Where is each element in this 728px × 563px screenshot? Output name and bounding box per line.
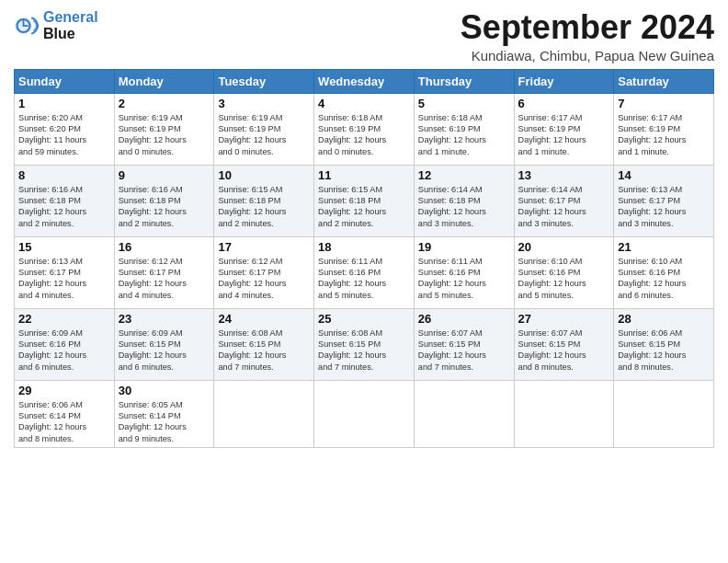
day-number: 23	[119, 312, 210, 326]
logo: General Blue	[14, 9, 98, 41]
table-row	[314, 380, 415, 448]
day-info: Sunrise: 6:07 AMSunset: 6:15 PMDaylight:…	[518, 327, 610, 373]
col-wednesday: Wednesday	[314, 69, 415, 93]
table-row: 26Sunrise: 6:07 AMSunset: 6:15 PMDayligh…	[414, 308, 514, 380]
day-number: 4	[318, 97, 410, 110]
day-info: Sunrise: 6:10 AMSunset: 6:16 PMDaylight:…	[618, 256, 710, 302]
day-number: 20	[518, 240, 610, 254]
day-info: Sunrise: 6:18 AMSunset: 6:19 PMDaylight:…	[418, 112, 510, 158]
table-row: 4Sunrise: 6:18 AMSunset: 6:19 PMDaylight…	[314, 93, 415, 165]
day-number: 19	[418, 240, 510, 254]
day-info: Sunrise: 6:14 AMSunset: 6:18 PMDaylight:…	[418, 184, 510, 230]
day-info: Sunrise: 6:12 AMSunset: 6:17 PMDaylight:…	[218, 256, 310, 302]
day-info: Sunrise: 6:10 AMSunset: 6:16 PMDaylight:…	[518, 256, 610, 302]
table-row: 18Sunrise: 6:11 AMSunset: 6:16 PMDayligh…	[314, 236, 415, 308]
day-info: Sunrise: 6:05 AMSunset: 6:14 PMDaylight:…	[119, 399, 210, 445]
day-number: 22	[18, 312, 110, 326]
day-info: Sunrise: 6:19 AMSunset: 6:19 PMDaylight:…	[218, 112, 310, 158]
day-number: 9	[119, 168, 210, 182]
day-number: 13	[518, 168, 610, 182]
table-row: 20Sunrise: 6:10 AMSunset: 6:16 PMDayligh…	[514, 236, 614, 308]
table-row: 21Sunrise: 6:10 AMSunset: 6:16 PMDayligh…	[614, 236, 714, 308]
title-area: September 2024 Kundiawa, Chimbu, Papua N…	[461, 9, 714, 63]
month-title: September 2024	[461, 9, 714, 46]
table-row: 19Sunrise: 6:11 AMSunset: 6:16 PMDayligh…	[414, 236, 514, 308]
col-thursday: Thursday	[414, 69, 514, 93]
day-number: 7	[618, 97, 710, 110]
table-row	[414, 380, 514, 448]
logo-text: General Blue	[43, 9, 98, 41]
header: General Blue September 2024 Kundiawa, Ch…	[14, 9, 714, 63]
table-row: 11Sunrise: 6:15 AMSunset: 6:18 PMDayligh…	[314, 165, 415, 236]
day-number: 26	[418, 312, 510, 326]
day-number: 3	[218, 97, 310, 110]
table-row: 14Sunrise: 6:13 AMSunset: 6:17 PMDayligh…	[614, 165, 714, 236]
day-number: 8	[18, 168, 110, 182]
day-number: 18	[318, 240, 410, 254]
table-row: 10Sunrise: 6:15 AMSunset: 6:18 PMDayligh…	[214, 165, 314, 236]
day-info: Sunrise: 6:09 AMSunset: 6:16 PMDaylight:…	[18, 327, 110, 373]
table-row: 3Sunrise: 6:19 AMSunset: 6:19 PMDaylight…	[214, 93, 314, 165]
day-number: 17	[218, 240, 310, 254]
day-info: Sunrise: 6:16 AMSunset: 6:18 PMDaylight:…	[119, 184, 210, 230]
table-row: 25Sunrise: 6:08 AMSunset: 6:15 PMDayligh…	[314, 308, 415, 380]
table-row: 24Sunrise: 6:08 AMSunset: 6:15 PMDayligh…	[214, 308, 314, 380]
day-number: 11	[318, 168, 410, 182]
day-info: Sunrise: 6:18 AMSunset: 6:19 PMDaylight:…	[318, 112, 410, 158]
day-info: Sunrise: 6:19 AMSunset: 6:19 PMDaylight:…	[119, 112, 210, 158]
table-row: 1Sunrise: 6:20 AMSunset: 6:20 PMDaylight…	[15, 93, 115, 165]
day-number: 1	[18, 97, 110, 110]
day-info: Sunrise: 6:09 AMSunset: 6:15 PMDaylight:…	[119, 327, 210, 373]
day-info: Sunrise: 6:06 AMSunset: 6:15 PMDaylight:…	[618, 327, 710, 373]
table-row	[614, 380, 714, 448]
table-row: 30Sunrise: 6:05 AMSunset: 6:14 PMDayligh…	[114, 380, 214, 448]
day-number: 10	[218, 168, 310, 182]
day-info: Sunrise: 6:07 AMSunset: 6:15 PMDaylight:…	[418, 327, 510, 373]
day-number: 28	[618, 312, 710, 326]
day-number: 24	[218, 312, 310, 326]
logo-icon	[14, 13, 40, 39]
col-sunday: Sunday	[15, 69, 115, 93]
day-info: Sunrise: 6:11 AMSunset: 6:16 PMDaylight:…	[318, 256, 410, 302]
table-row: 12Sunrise: 6:14 AMSunset: 6:18 PMDayligh…	[414, 165, 514, 236]
table-row	[514, 380, 614, 448]
col-friday: Friday	[514, 69, 614, 93]
col-saturday: Saturday	[614, 69, 714, 93]
day-info: Sunrise: 6:20 AMSunset: 6:20 PMDaylight:…	[18, 112, 110, 158]
table-row: 15Sunrise: 6:13 AMSunset: 6:17 PMDayligh…	[15, 236, 115, 308]
table-row: 5Sunrise: 6:18 AMSunset: 6:19 PMDaylight…	[414, 93, 514, 165]
day-info: Sunrise: 6:17 AMSunset: 6:19 PMDaylight:…	[618, 112, 710, 158]
day-number: 14	[618, 168, 710, 182]
table-row: 28Sunrise: 6:06 AMSunset: 6:15 PMDayligh…	[614, 308, 714, 380]
day-number: 29	[18, 384, 110, 397]
day-number: 25	[318, 312, 410, 326]
day-info: Sunrise: 6:15 AMSunset: 6:18 PMDaylight:…	[318, 184, 410, 230]
day-number: 21	[618, 240, 710, 254]
table-row: 23Sunrise: 6:09 AMSunset: 6:15 PMDayligh…	[114, 308, 214, 380]
table-row: 9Sunrise: 6:16 AMSunset: 6:18 PMDaylight…	[114, 165, 214, 236]
day-info: Sunrise: 6:12 AMSunset: 6:17 PMDaylight:…	[119, 256, 210, 302]
page-container: General Blue September 2024 Kundiawa, Ch…	[0, 0, 728, 457]
day-info: Sunrise: 6:08 AMSunset: 6:15 PMDaylight:…	[218, 327, 310, 373]
table-row: 7Sunrise: 6:17 AMSunset: 6:19 PMDaylight…	[614, 93, 714, 165]
table-row: 8Sunrise: 6:16 AMSunset: 6:18 PMDaylight…	[15, 165, 115, 236]
table-row: 22Sunrise: 6:09 AMSunset: 6:16 PMDayligh…	[15, 308, 115, 380]
day-number: 5	[418, 97, 510, 110]
day-info: Sunrise: 6:15 AMSunset: 6:18 PMDaylight:…	[218, 184, 310, 230]
table-row: 13Sunrise: 6:14 AMSunset: 6:17 PMDayligh…	[514, 165, 614, 236]
col-tuesday: Tuesday	[214, 69, 314, 93]
day-info: Sunrise: 6:17 AMSunset: 6:19 PMDaylight:…	[518, 112, 610, 158]
day-number: 30	[119, 384, 210, 397]
day-info: Sunrise: 6:06 AMSunset: 6:14 PMDaylight:…	[18, 399, 110, 445]
table-row: 29Sunrise: 6:06 AMSunset: 6:14 PMDayligh…	[15, 380, 115, 448]
day-number: 15	[18, 240, 110, 254]
day-info: Sunrise: 6:14 AMSunset: 6:17 PMDaylight:…	[518, 184, 610, 230]
col-monday: Monday	[114, 69, 214, 93]
calendar-table: Sunday Monday Tuesday Wednesday Thursday…	[14, 69, 714, 449]
day-info: Sunrise: 6:16 AMSunset: 6:18 PMDaylight:…	[18, 184, 110, 230]
table-row: 2Sunrise: 6:19 AMSunset: 6:19 PMDaylight…	[114, 93, 214, 165]
location-title: Kundiawa, Chimbu, Papua New Guinea	[461, 48, 714, 63]
day-number: 2	[119, 97, 210, 110]
day-number: 12	[418, 168, 510, 182]
table-row: 6Sunrise: 6:17 AMSunset: 6:19 PMDaylight…	[514, 93, 614, 165]
